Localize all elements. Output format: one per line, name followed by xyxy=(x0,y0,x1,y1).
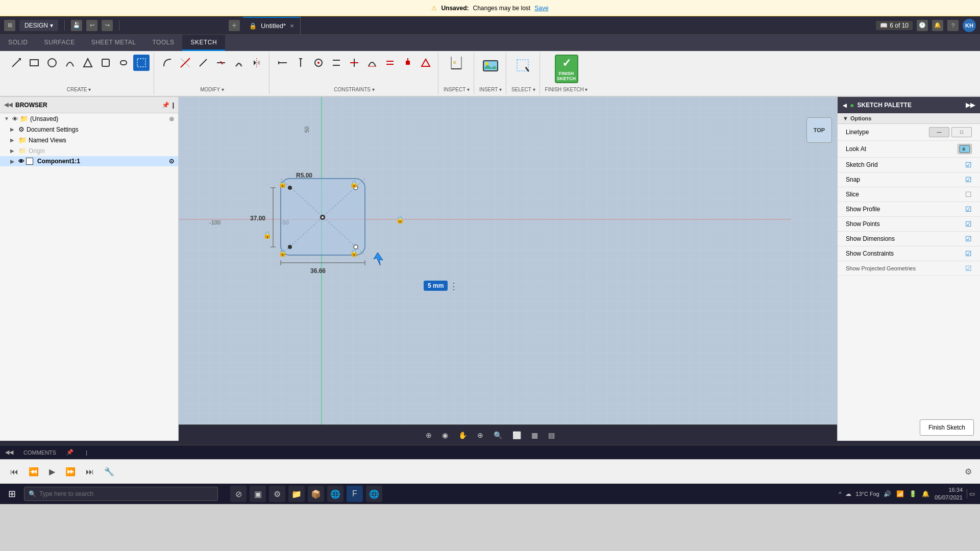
tab-sketch[interactable]: SKETCH xyxy=(182,35,225,51)
tab-solid[interactable]: SOLID xyxy=(0,35,36,51)
showdimensions-checkbox[interactable]: ☑ xyxy=(965,235,972,243)
task-icon-explorer[interactable]: 📁 xyxy=(288,486,305,502)
parallel-constraint-button[interactable] xyxy=(328,55,345,71)
help-button[interactable]: ? xyxy=(947,20,959,31)
tab-tools[interactable]: TOOLS xyxy=(144,35,182,51)
lookat-icon[interactable]: 🖥 xyxy=(958,144,972,154)
zoom-button[interactable]: 🔍 xyxy=(491,429,505,441)
palette-sketchgrid[interactable]: Sketch Grid ☑ xyxy=(838,158,980,172)
insert-image-button[interactable] xyxy=(479,55,502,77)
view-settings-button[interactable]: ▤ xyxy=(545,429,558,441)
tree-item-component[interactable]: ▶ 👁 Component1:1 ⊙ xyxy=(0,156,178,166)
linetype-icon-1[interactable]: — xyxy=(929,127,949,137)
sketchgrid-checkbox[interactable]: ☑ xyxy=(965,161,972,169)
finish-sketch-palette-button[interactable]: Finish Sketch xyxy=(920,419,974,436)
line-tool-button[interactable] xyxy=(8,55,24,71)
task-icon-browser[interactable]: 🌐 xyxy=(327,486,344,502)
slot-tool-button[interactable] xyxy=(115,55,132,71)
user-avatar[interactable]: KH xyxy=(963,19,976,32)
task-icon-store[interactable]: 📦 xyxy=(308,486,324,502)
arc-tool-button[interactable] xyxy=(62,55,78,71)
linetype-icon-2[interactable]: □ xyxy=(951,127,972,137)
undo-button[interactable]: ↩ xyxy=(86,20,97,31)
display-mode-button[interactable]: ⬜ xyxy=(509,429,524,441)
coincident-constraint-button[interactable] xyxy=(310,55,327,71)
tab-surface[interactable]: SURFACE xyxy=(36,35,83,51)
tab-sheetmetal[interactable]: SHEET METAL xyxy=(83,35,144,51)
offset-tool-button[interactable] xyxy=(231,55,247,71)
break-tool-button[interactable] xyxy=(213,55,229,71)
horizontal-constraint-button[interactable] xyxy=(275,55,291,71)
task-icon-search[interactable]: ⊘ xyxy=(230,486,247,502)
palette-slice[interactable]: Slice ☐ xyxy=(838,187,980,202)
notifications-button[interactable]: 🔔 xyxy=(932,20,943,31)
notifications-tray-button[interactable]: 🔔 xyxy=(921,489,930,498)
grid-button[interactable]: ▦ xyxy=(528,429,541,441)
battery-icon[interactable]: 🔋 xyxy=(908,489,918,498)
design-dropdown[interactable]: DESIGN ▾ xyxy=(19,20,58,31)
start-button[interactable]: ⊞ xyxy=(4,487,20,500)
skip-forward-button[interactable]: ⏭ xyxy=(84,465,96,479)
task-icon-edge[interactable]: 🌐 xyxy=(366,486,382,502)
select-box-button[interactable] xyxy=(512,55,534,77)
equal-constraint-button[interactable] xyxy=(382,55,398,71)
save-action-button[interactable]: Save xyxy=(534,5,548,12)
showprofile-checkbox[interactable]: ☑ xyxy=(965,205,972,213)
orbit-button[interactable]: ◉ xyxy=(439,429,451,441)
trim-tool-button[interactable] xyxy=(177,55,193,71)
show-desktop-button[interactable]: ▭ xyxy=(967,489,976,498)
finish-sketch-ribbon-button[interactable]: ✓ FINISHSKETCH xyxy=(555,55,578,83)
pan-button[interactable]: ✋ xyxy=(455,429,470,441)
circle-tool-button[interactable] xyxy=(44,55,60,71)
step-forward-button[interactable]: ⏩ xyxy=(63,465,78,479)
palette-expand-icon[interactable]: ▶▶ xyxy=(966,102,975,109)
palette-showpoints[interactable]: Show Points ☑ xyxy=(838,217,980,232)
redo-button[interactable]: ↪ xyxy=(102,20,113,31)
dimension-button[interactable]: D xyxy=(448,55,464,71)
palette-snap[interactable]: Snap ☑ xyxy=(838,172,980,187)
skip-back-button[interactable]: ⏮ xyxy=(8,465,20,479)
tangent-constraint-button[interactable] xyxy=(364,55,380,71)
perpendicular-constraint-button[interactable] xyxy=(346,55,362,71)
palette-showdimensions[interactable]: Show Dimensions ☑ xyxy=(838,232,980,246)
canvas-area[interactable]: 50 -100 -50 🔒 🔒 🔒 🔒 🔒 🔒 xyxy=(179,97,837,424)
play-button[interactable]: ▶ xyxy=(47,465,57,479)
slice-checkbox[interactable]: ☐ xyxy=(965,190,972,198)
taskbar-search-input[interactable] xyxy=(39,490,213,497)
triangle-tool-button[interactable] xyxy=(80,55,96,71)
palette-showconstraints[interactable]: Show Constraints ☑ xyxy=(838,246,980,261)
view-cube[interactable]: TOP xyxy=(806,117,832,143)
sketch-active-tool-button[interactable] xyxy=(133,55,150,71)
palette-showprofile[interactable]: Show Profile ☑ xyxy=(838,202,980,217)
tool-button[interactable]: 🔧 xyxy=(102,465,116,479)
tree-item-origin[interactable]: ▶ 📁 Origin xyxy=(0,145,178,156)
add-tab-button[interactable]: + xyxy=(229,20,240,31)
tree-item-root[interactable]: ▼ 👁 📁 (Unsaved) ◎ xyxy=(0,113,178,124)
rectangle-tool-button[interactable] xyxy=(26,55,42,71)
more-options-button[interactable]: ⋮ xyxy=(449,281,458,292)
task-icon-taskview[interactable]: ▣ xyxy=(250,486,266,502)
palette-section-options[interactable]: ▼ Options xyxy=(838,113,980,124)
step-back-button[interactable]: ⏪ xyxy=(27,465,41,479)
tree-item-namedviews[interactable]: ▶ 📁 Named Views xyxy=(0,135,178,145)
showconstraints-checkbox[interactable]: ☑ xyxy=(965,249,972,258)
palette-collapse-icon[interactable]: ◀ xyxy=(843,103,847,108)
cloud-icon[interactable]: ☁ xyxy=(844,489,852,498)
extend-tool-button[interactable] xyxy=(195,55,211,71)
save-button[interactable]: 💾 xyxy=(71,20,82,31)
showprojected-checkbox[interactable]: ☑ xyxy=(965,264,972,272)
vertical-constraint-button[interactable] xyxy=(292,55,309,71)
snap-checkbox[interactable]: ☑ xyxy=(965,176,972,184)
volume-icon[interactable]: 🔊 xyxy=(883,489,892,498)
midpoint-constraint-button[interactable] xyxy=(418,55,434,71)
tab-close-button[interactable]: × xyxy=(290,22,294,30)
fix-constraint-button[interactable] xyxy=(400,55,416,71)
home-view-button[interactable]: ⊕ xyxy=(423,429,435,441)
network-icon[interactable]: 📶 xyxy=(895,489,905,498)
palette-showprojected[interactable]: Show Projected Geometries ☑ xyxy=(838,261,980,276)
zoom-fit-button[interactable]: ⊕ xyxy=(474,429,486,441)
mirror-tool-button[interactable] xyxy=(249,55,265,71)
app-menu-button[interactable]: ⊞ xyxy=(4,20,15,31)
task-icon-settings[interactable]: ⚙ xyxy=(269,486,285,502)
clock-button[interactable]: 🕐 xyxy=(917,20,928,31)
